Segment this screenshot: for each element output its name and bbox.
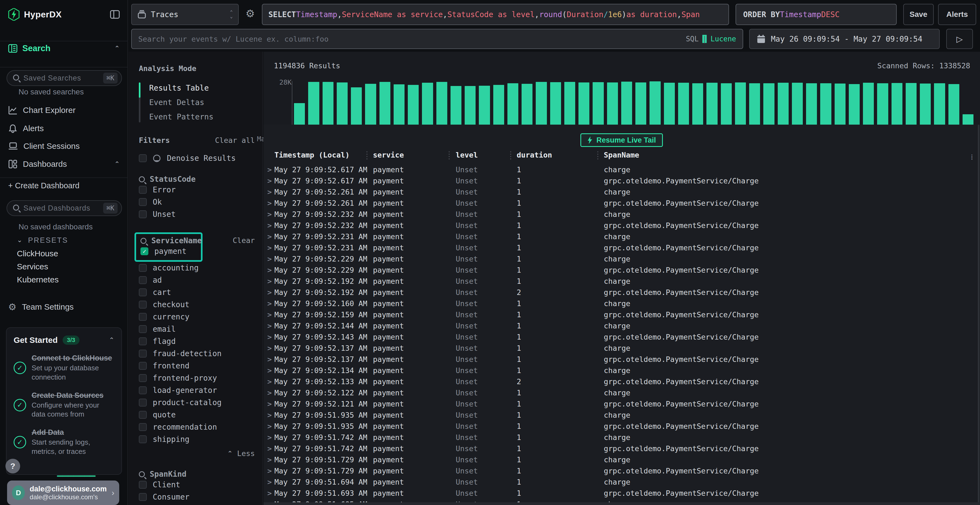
expand-row-icon[interactable]: > bbox=[267, 333, 272, 341]
histogram-bar[interactable] bbox=[564, 82, 575, 130]
table-row[interactable]: >May 27 9:09:51.935 AMpaymentUnset1charg… bbox=[264, 411, 980, 422]
expand-row-icon[interactable]: > bbox=[267, 400, 272, 408]
histogram-bar[interactable] bbox=[635, 83, 646, 130]
filter-item-fraud-detection[interactable]: fraud-detection bbox=[139, 348, 255, 360]
histogram-bar[interactable] bbox=[792, 83, 803, 130]
column-header-duration[interactable]: duration bbox=[517, 151, 552, 159]
expand-row-icon[interactable]: > bbox=[267, 188, 272, 196]
clear-all-filters-button[interactable]: Clear all bbox=[215, 136, 255, 145]
filter-item-unset[interactable]: Unset bbox=[139, 208, 255, 221]
histogram-bar[interactable] bbox=[365, 84, 376, 130]
checkbox[interactable] bbox=[139, 399, 147, 407]
filter-item-client[interactable]: Client bbox=[139, 479, 255, 491]
checkbox[interactable] bbox=[139, 264, 147, 272]
histogram-bar[interactable] bbox=[835, 84, 846, 130]
expand-row-icon[interactable]: > bbox=[267, 489, 272, 497]
checkbox[interactable] bbox=[139, 374, 147, 382]
expand-row-icon[interactable]: > bbox=[267, 199, 272, 207]
histogram-bar[interactable] bbox=[450, 86, 461, 130]
table-row[interactable]: >May 27 9:09:52.122 AMpaymentUnset1charg… bbox=[264, 389, 980, 400]
filter-item-shipping[interactable]: shipping bbox=[139, 433, 255, 445]
table-row[interactable]: >May 27 9:09:52.229 AMpaymentUnset1charg… bbox=[264, 255, 980, 266]
filter-item-internal[interactable]: Internal bbox=[139, 503, 255, 505]
table-row[interactable]: >May 27 9:09:52.192 AMpaymentUnset2grpc.… bbox=[264, 288, 980, 299]
histogram-bar[interactable] bbox=[735, 83, 746, 130]
sidebar-section-search[interactable]: Search ⌃ bbox=[8, 43, 120, 53]
sidebar-item-dashboards[interactable]: Dashboards ⌃ bbox=[8, 159, 120, 169]
checkbox[interactable] bbox=[139, 386, 147, 394]
expand-row-icon[interactable]: > bbox=[267, 299, 272, 308]
expand-row-icon[interactable]: > bbox=[267, 221, 272, 230]
tab-event-deltas[interactable]: Event Deltas bbox=[139, 95, 255, 110]
filter-item-load-generator[interactable]: load-generator bbox=[139, 384, 255, 397]
expand-row-icon[interactable]: > bbox=[267, 444, 272, 453]
histogram-bar[interactable] bbox=[877, 83, 888, 130]
table-row[interactable]: >May 27 9:09:52.231 AMpaymentUnset1grpc.… bbox=[264, 243, 980, 255]
expand-row-icon[interactable]: > bbox=[267, 310, 272, 319]
sidebar-preset-kubernetes[interactable]: Kubernetes bbox=[17, 275, 59, 284]
table-row[interactable]: >May 27 9:09:52.192 AMpaymentUnset1charg… bbox=[264, 277, 980, 288]
column-menu-icon[interactable]: ⁞ bbox=[971, 153, 973, 162]
get-started-item[interactable]: ✓Connect to ClickHouseSet up your databa… bbox=[14, 354, 115, 382]
histogram-bar[interactable] bbox=[621, 82, 632, 130]
filter-item-checkout[interactable]: checkout bbox=[139, 299, 255, 311]
histogram-bar[interactable] bbox=[465, 86, 476, 130]
checkbox[interactable] bbox=[139, 423, 147, 431]
column-header-timestamp-local-[interactable]: Timestamp (Local) bbox=[274, 151, 350, 159]
checkbox[interactable] bbox=[139, 198, 147, 206]
chevron-up-icon[interactable]: ⌃ bbox=[109, 336, 115, 344]
source-settings-gear-icon[interactable]: ⚙ bbox=[245, 8, 255, 20]
histogram-bar[interactable] bbox=[408, 85, 419, 130]
histogram-bar[interactable] bbox=[692, 83, 703, 130]
histogram-bar[interactable] bbox=[593, 82, 603, 130]
filter-item-ok[interactable]: Ok bbox=[139, 196, 255, 208]
alerts-button[interactable]: Alerts bbox=[938, 4, 976, 25]
column-resize-handle[interactable] bbox=[449, 151, 450, 159]
checkbox[interactable] bbox=[139, 337, 147, 345]
table-row[interactable]: >May 27 9:09:52.261 AMpaymentUnset1charg… bbox=[264, 188, 980, 199]
expand-row-icon[interactable]: > bbox=[267, 322, 272, 330]
histogram-bar[interactable] bbox=[422, 83, 433, 130]
table-row[interactable]: >May 27 9:09:51.694 AMpaymentUnset1charg… bbox=[264, 478, 980, 489]
table-row[interactable]: >May 27 9:09:51.935 AMpaymentUnset1grpc.… bbox=[264, 422, 980, 433]
filter-item-quote[interactable]: quote bbox=[139, 409, 255, 421]
column-header-spanname[interactable]: SpanName bbox=[604, 151, 639, 159]
table-row[interactable]: >May 27 9:09:51.729 AMpaymentUnset1grpc.… bbox=[264, 467, 980, 478]
table-row[interactable]: >May 27 9:09:52.617 AMpaymentUnset1grpc.… bbox=[264, 176, 980, 188]
expand-row-icon[interactable]: > bbox=[267, 210, 272, 219]
column-resize-handle[interactable] bbox=[597, 151, 598, 159]
checkbox[interactable] bbox=[139, 288, 147, 296]
table-row[interactable]: >May 27 9:09:52.144 AMpaymentUnset1charg… bbox=[264, 322, 980, 333]
get-started-item[interactable]: ✓Create Data SourcesConfigure where your… bbox=[14, 391, 115, 419]
lang-toggle-lucene[interactable]: Lucene bbox=[711, 35, 736, 43]
table-row[interactable]: >May 27 9:09:51.685 AMpaymentUnset1charg… bbox=[264, 500, 980, 502]
column-header-level[interactable]: level bbox=[456, 151, 478, 159]
checkbox[interactable] bbox=[139, 154, 147, 162]
checkbox[interactable] bbox=[139, 481, 147, 489]
histogram-bar[interactable] bbox=[863, 83, 874, 130]
checkbox[interactable] bbox=[139, 186, 147, 194]
expand-row-icon[interactable]: > bbox=[267, 255, 272, 263]
expand-row-icon[interactable]: > bbox=[267, 389, 272, 397]
histogram-bar[interactable] bbox=[806, 83, 817, 130]
table-row[interactable]: >May 27 9:09:52.232 AMpaymentUnset1charg… bbox=[264, 210, 980, 221]
histogram-bar[interactable] bbox=[891, 83, 902, 130]
histogram-bar[interactable] bbox=[820, 83, 831, 130]
table-row[interactable]: >May 27 9:09:51.742 AMpaymentUnset1grpc.… bbox=[264, 444, 980, 456]
checkbox[interactable]: ✓ bbox=[140, 247, 148, 255]
histogram-bar[interactable] bbox=[763, 83, 774, 130]
table-row[interactable]: >May 27 9:09:51.693 AMpaymentUnset1grpc.… bbox=[264, 489, 980, 500]
clear-filter-button[interactable]: Clear bbox=[233, 236, 255, 245]
table-row[interactable]: >May 27 9:09:52.617 AMpaymentUnset1charg… bbox=[264, 165, 980, 176]
source-select[interactable]: Traces ⌃⌄ bbox=[131, 4, 239, 25]
table-row[interactable]: >May 27 9:09:52.159 AMpaymentUnset1grpc.… bbox=[264, 310, 980, 322]
histogram-bar[interactable] bbox=[920, 84, 931, 130]
filter-item-currency[interactable]: currency bbox=[139, 311, 255, 323]
column-resize-handle[interactable] bbox=[366, 151, 368, 159]
histogram-bar[interactable] bbox=[351, 87, 362, 130]
checkbox[interactable] bbox=[139, 435, 147, 443]
filter-item-frontend-proxy[interactable]: frontend-proxy bbox=[139, 372, 255, 384]
table-row[interactable]: >May 27 9:09:52.231 AMpaymentUnset1charg… bbox=[264, 232, 980, 243]
histogram-bar[interactable] bbox=[394, 84, 404, 130]
filter-item-accounting[interactable]: accounting bbox=[139, 262, 255, 274]
